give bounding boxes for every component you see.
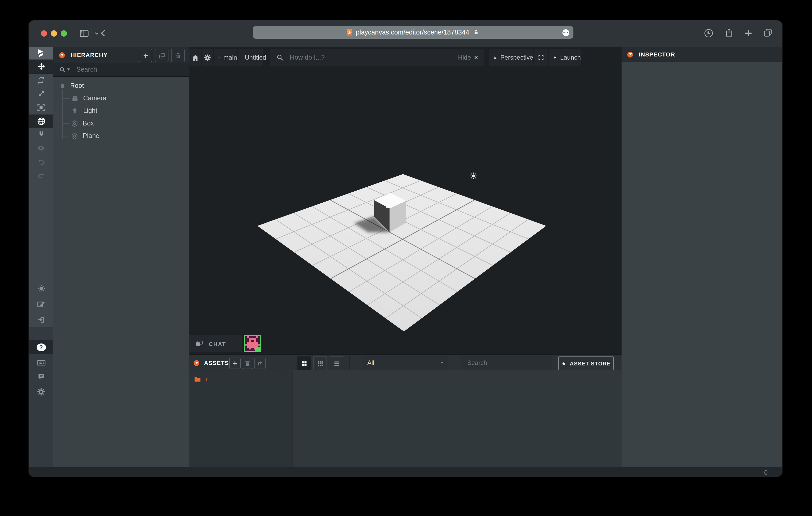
minimize-window-button[interactable] bbox=[51, 30, 57, 36]
expand-icon bbox=[537, 54, 544, 61]
focus-selection-button[interactable] bbox=[29, 100, 53, 114]
export-icon bbox=[37, 315, 46, 324]
address-bar[interactable]: ≫ playcanvas.com/editor/scene/1878344 bbox=[253, 26, 573, 39]
code-editor-button[interactable] bbox=[29, 297, 53, 310]
duplicate-entity-button[interactable] bbox=[155, 49, 169, 62]
plus-icon bbox=[232, 360, 238, 366]
new-tab-icon[interactable] bbox=[744, 28, 753, 38]
search-options-caret-icon[interactable] bbox=[67, 68, 70, 70]
play-icon bbox=[554, 54, 556, 61]
add-entity-button[interactable] bbox=[139, 49, 152, 62]
redo-button[interactable] bbox=[29, 168, 53, 182]
globe-icon bbox=[36, 116, 46, 126]
hierarchy-panel: HIERARCHY bbox=[53, 47, 190, 467]
star-icon: ★ bbox=[561, 360, 567, 367]
assets-grid-area[interactable] bbox=[292, 370, 621, 467]
bake-lighting-button[interactable] bbox=[29, 282, 53, 295]
screen: ≫ playcanvas.com/editor/scene/1878344 bbox=[0, 0, 812, 516]
back-icon[interactable] bbox=[99, 29, 108, 38]
assets-header: ASSETS All bbox=[190, 355, 621, 371]
assets-search[interactable] bbox=[461, 356, 552, 370]
hide-help-button[interactable]: Hide bbox=[458, 54, 479, 61]
view-list-button[interactable] bbox=[329, 356, 343, 371]
scale-tool-button[interactable] bbox=[29, 87, 53, 100]
rotate-icon bbox=[37, 75, 46, 85]
status-counter: 0 bbox=[764, 469, 767, 476]
panel-title: HIERARCHY bbox=[70, 52, 108, 58]
home-button[interactable] bbox=[190, 49, 201, 66]
launch-button[interactable]: Launch bbox=[549, 49, 581, 66]
close-window-button[interactable] bbox=[41, 30, 47, 36]
inspector-header: INSPECTOR bbox=[621, 47, 782, 62]
trash-icon bbox=[244, 360, 251, 366]
url-text: playcanvas.com/editor/scene/1878344 bbox=[356, 29, 469, 36]
scene-selector[interactable]: Untitled bbox=[238, 49, 263, 66]
inspector-panel: INSPECTOR bbox=[621, 47, 782, 467]
zoom-window-button[interactable] bbox=[61, 30, 67, 36]
viewport[interactable]: main Untitled Hide Perspective bbox=[190, 47, 621, 355]
tree-item-light[interactable]: Light bbox=[53, 104, 190, 117]
tree-item-box[interactable]: Box bbox=[53, 117, 190, 130]
branch-icon bbox=[218, 54, 220, 61]
tree-item-root[interactable]: Root bbox=[53, 80, 190, 92]
undo-button[interactable] bbox=[29, 155, 53, 168]
tree-item-plane[interactable]: Plane bbox=[53, 130, 190, 142]
delete-entity-button[interactable] bbox=[171, 49, 185, 62]
asset-type-filter[interactable]: All bbox=[362, 356, 448, 370]
world-space-toggle-button[interactable] bbox=[29, 114, 53, 128]
eye-icon bbox=[37, 144, 46, 152]
status-bar: 0 bbox=[29, 467, 782, 477]
settings-button[interactable] bbox=[29, 385, 53, 398]
scene-settings-button[interactable] bbox=[202, 49, 213, 66]
hierarchy-search-input[interactable] bbox=[75, 65, 190, 74]
rotate-tool-button[interactable] bbox=[29, 73, 53, 87]
collapse-panel-icon[interactable] bbox=[59, 52, 65, 58]
playcanvas-favicon-icon: ≫ bbox=[347, 29, 352, 36]
asset-store-button[interactable]: ★ ASSET STORE bbox=[558, 356, 614, 371]
camera-icon bbox=[71, 94, 79, 102]
view-large-grid-button[interactable] bbox=[297, 356, 311, 371]
root-entity-icon bbox=[59, 82, 66, 90]
reparent-icon bbox=[257, 360, 263, 366]
home-icon bbox=[191, 54, 199, 61]
move-tool-button[interactable] bbox=[29, 59, 53, 73]
user-avatar[interactable] bbox=[244, 335, 261, 352]
trash-icon bbox=[174, 52, 181, 59]
publish-button[interactable] bbox=[29, 313, 53, 326]
downloads-icon[interactable] bbox=[704, 28, 714, 38]
add-asset-button[interactable] bbox=[229, 358, 241, 369]
help-search-input[interactable] bbox=[289, 53, 458, 62]
help-search-bar[interactable]: Hide bbox=[270, 49, 484, 66]
sidebar-toggle-icon[interactable] bbox=[79, 28, 89, 39]
feedback-button[interactable] bbox=[29, 370, 53, 384]
collapse-panel-icon[interactable] bbox=[194, 360, 199, 366]
panel-title: ASSETS bbox=[204, 360, 229, 366]
edit-icon bbox=[37, 299, 46, 308]
branch-selector[interactable]: main bbox=[214, 49, 237, 66]
hierarchy-header: HIERARCHY bbox=[53, 47, 190, 63]
visibility-button[interactable] bbox=[29, 141, 53, 155]
fullscreen-button[interactable] bbox=[534, 49, 548, 66]
light-gizmo-icon[interactable] bbox=[470, 173, 477, 179]
move-asset-button[interactable] bbox=[254, 358, 266, 369]
help-button[interactable]: ? bbox=[29, 340, 53, 354]
playcanvas-editor: ? HIERARCHY bbox=[29, 47, 782, 477]
chat-button[interactable]: CHAT bbox=[190, 335, 242, 352]
assets-search-input[interactable] bbox=[466, 359, 552, 367]
delete-asset-button[interactable] bbox=[242, 358, 253, 369]
folder-root[interactable]: / bbox=[194, 375, 207, 383]
tree-item-camera[interactable]: Camera bbox=[53, 92, 190, 104]
tab-overview-icon[interactable] bbox=[763, 28, 773, 38]
question-icon: ? bbox=[36, 343, 46, 351]
page-menu-icon[interactable] bbox=[562, 29, 569, 36]
redo-icon bbox=[37, 171, 45, 179]
collapse-panel-icon[interactable] bbox=[627, 52, 633, 57]
camera-mode-selector[interactable]: Perspective bbox=[489, 49, 533, 66]
playcanvas-logo[interactable] bbox=[29, 47, 53, 59]
view-small-grid-button[interactable] bbox=[313, 356, 327, 371]
snap-button[interactable] bbox=[29, 127, 53, 141]
share-icon[interactable] bbox=[724, 28, 734, 38]
search-icon bbox=[276, 54, 284, 61]
controls-button[interactable] bbox=[29, 356, 53, 370]
hierarchy-search[interactable] bbox=[53, 63, 190, 77]
